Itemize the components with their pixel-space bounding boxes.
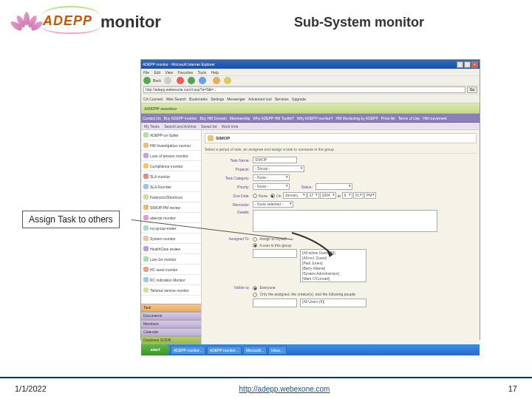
select-status[interactable] (316, 183, 352, 190)
menu-view[interactable]: View (165, 70, 173, 75)
link-messenger[interactable]: Messenger (227, 95, 245, 103)
select-ampm[interactable]: PM (364, 192, 376, 199)
menu-file[interactable]: File (143, 70, 149, 75)
sidebar-item-label: SIMOP-PM review (150, 202, 180, 213)
label-status: Status: (290, 185, 316, 189)
sidebar-item-label: Loss of tension monitor (150, 151, 188, 161)
tab-membership[interactable]: Membership (230, 116, 250, 120)
sidebar-section-documents[interactable]: Documents (141, 312, 201, 320)
assignee-option[interactable]: [System Administrator] (302, 271, 364, 276)
sidebar-item-forensics[interactable]: Forensics/Shortcuts (141, 192, 201, 202)
menu-edit[interactable]: Edit (154, 70, 160, 75)
tab-buy-domain[interactable]: Buy HM Domain (200, 116, 226, 120)
sidebar-item-tension[interactable]: Loss of tension monitor (141, 151, 201, 161)
sidebar-item-sla[interactable]: SLA monitor (141, 171, 201, 182)
select-reminder[interactable]: - None selected - (253, 201, 293, 208)
ie-menubar: File Edit View Favorites Tools Help (141, 69, 480, 76)
tab-terms[interactable]: Terms of Use (398, 116, 420, 120)
sidebar-item-slanumber[interactable]: SLA-Number (141, 182, 201, 192)
radio-group[interactable] (253, 243, 257, 248)
subtab-worktime[interactable]: Work time (222, 124, 238, 129)
assignee-option[interactable]: [Barry Allame] (302, 266, 364, 271)
minimize-button[interactable]: _ (457, 61, 463, 68)
sidebar-item-system[interactable]: System monitor (141, 233, 201, 244)
row-taskname: Task Name: SIMOP (205, 157, 477, 163)
tab-pricelist[interactable]: Price list (381, 116, 395, 120)
sidebar-section-database[interactable]: Database SODB (141, 336, 201, 344)
radio-myself[interactable] (253, 237, 257, 242)
section-label: Documents (143, 312, 162, 320)
assignee-option[interactable]: [Mark O'Connell] (302, 276, 364, 282)
address-input[interactable]: http://adepp.webexone.com/r.asp?a=5&i=..… (143, 86, 466, 93)
sidebar-section-members[interactable]: Members (141, 320, 201, 328)
sidebar-item-spike[interactable]: ADEPP-on-Spike (141, 130, 201, 140)
link-search[interactable]: Web Search (166, 95, 186, 103)
sidebar-item-healthcare[interactable]: HealthCare review (141, 244, 201, 254)
footer-url: http://adepp.webexone.com (126, 385, 443, 393)
select-day[interactable]: 27 (307, 192, 319, 199)
tab-contact[interactable]: Contact Us (143, 116, 161, 120)
sidebar-section-task[interactable]: Task (141, 304, 201, 312)
sidebar-item-tailored[interactable]: Tailored service monitor (141, 285, 201, 296)
radio-everyone[interactable] (253, 286, 257, 290)
radio-due-none[interactable] (253, 194, 257, 198)
select-hour[interactable]: 6 (342, 192, 352, 199)
radio-due-on[interactable] (270, 194, 275, 198)
sidebar-item-simop[interactable]: SIMOP-PM review (141, 202, 201, 213)
task-item[interactable]: Microsoft... (243, 346, 267, 355)
radio-selected[interactable] (253, 293, 257, 297)
stop-icon[interactable] (177, 77, 184, 84)
select-project[interactable]: - Simop - (253, 166, 304, 172)
sidebar-item-compliance[interactable]: Compliance monitor (141, 161, 201, 171)
folder-icon (143, 225, 149, 231)
menu-help[interactable]: Help (211, 70, 219, 75)
select-min[interactable]: 01 (353, 192, 364, 199)
select-month[interactable]: January (283, 192, 307, 199)
menu-tools[interactable]: Tools (197, 70, 206, 75)
sidebar-item-investigation[interactable]: HM Investigation monitor (141, 140, 201, 151)
input-visible-filter[interactable] (253, 299, 297, 307)
sidebar-item-hcseed[interactable]: HC seed monitor (141, 265, 201, 275)
tab-why-monitor[interactable]: Why ADEPP monitor? (297, 116, 333, 120)
sidebar-section-calendar[interactable]: Calendar (141, 328, 201, 336)
close-button[interactable]: × (471, 61, 478, 68)
sidebar-item-rc[interactable]: RC indication Monitor (141, 275, 201, 285)
search-icon[interactable] (213, 77, 220, 84)
task-item[interactable]: ADEPP monitor... (171, 346, 205, 355)
favorites-icon[interactable] (224, 77, 231, 84)
sidebar-item-low1st[interactable]: Low-1st monitor (141, 254, 201, 265)
assignee-option[interactable]: Simon Parker (302, 282, 364, 282)
select-year[interactable]: 2004 (320, 192, 336, 199)
link-advanced[interactable]: Advanced tool (248, 95, 272, 103)
subtab-mytasks[interactable]: My Tasks (144, 124, 160, 129)
task-item[interactable]: Inbox... (268, 346, 286, 355)
footer-page-number: 17 (443, 384, 517, 393)
tab-buy-monitor[interactable]: Buy ADEPP monitor (164, 116, 197, 120)
back-icon[interactable] (143, 77, 151, 84)
go-button[interactable]: Go (467, 86, 477, 93)
link-upgrade[interactable]: Upgrade (292, 95, 306, 103)
refresh-icon[interactable] (188, 77, 195, 84)
folder-icon (143, 277, 149, 282)
tab-hm-monitor[interactable]: HM Monitoring by ADEPP (336, 116, 378, 120)
listbox-visible[interactable]: [All Users (9)] (300, 299, 366, 307)
link-connect[interactable]: CA Connect (143, 95, 163, 103)
task-item[interactable]: ADEPP monitor... (207, 346, 242, 355)
link-settings[interactable]: Settings (211, 95, 224, 103)
tab-why-toolkit[interactable]: Why ADEPP HM Toolkit? (253, 116, 293, 120)
folder-icon (143, 153, 149, 158)
forward-icon[interactable] (164, 77, 171, 84)
input-taskname[interactable]: SIMOP (253, 157, 297, 163)
link-bookmarks[interactable]: Bookmarks (189, 95, 208, 103)
select-priority[interactable]: - None - (253, 183, 290, 190)
subtab-savedlist[interactable]: Saved list (201, 124, 217, 129)
home-icon[interactable] (199, 77, 206, 84)
maximize-button[interactable]: □ (464, 61, 471, 68)
start-button[interactable]: start (141, 344, 169, 355)
select-category[interactable]: - None - (253, 174, 290, 181)
link-services[interactable]: Services (275, 95, 289, 103)
menu-favorites[interactable]: Favorites (178, 70, 194, 75)
tab-movement[interactable]: HM movement (423, 116, 447, 120)
adepp-logo: ADEPP (12, 6, 93, 39)
subtab-search[interactable]: Search and Archive (164, 124, 196, 129)
